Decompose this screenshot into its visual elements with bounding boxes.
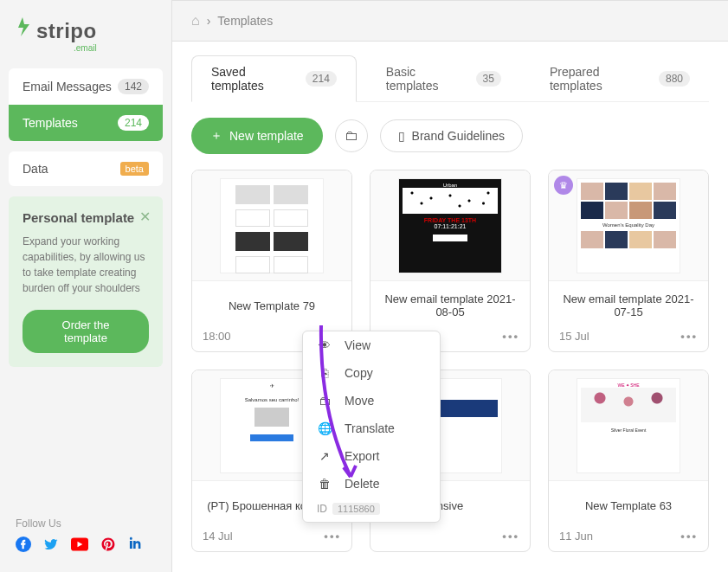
tab-count: 880 <box>659 71 690 87</box>
sidebar-item-templates[interactable]: Templates 214 <box>9 105 163 141</box>
button-label: Brand Guidelines <box>412 129 505 143</box>
sidebar-item-label: Templates <box>23 116 78 130</box>
plus-icon: ＋ <box>210 128 222 144</box>
template-date: 15 Jul <box>559 330 589 343</box>
template-card[interactable]: New Template 79 18:00 ••• <box>191 170 352 352</box>
sidebar-item-label: Email Messages <box>23 80 112 93</box>
menu-item-export[interactable]: ↗Export <box>303 442 440 470</box>
sidebar-item-badge: beta <box>120 162 149 176</box>
more-icon[interactable]: ••• <box>324 530 341 543</box>
template-thumbnail: ♛ Women's Equality Day <box>549 170 708 281</box>
template-thumbnail <box>192 170 351 281</box>
menu-item-translate[interactable]: 🌐Translate <box>303 415 440 442</box>
menu-item-copy[interactable]: ⎘Copy <box>303 359 440 387</box>
tab-count: 35 <box>476 71 501 87</box>
template-date: 14 Jul <box>203 530 233 543</box>
menu-id-row: ID1115860 <box>303 498 440 517</box>
more-icon[interactable]: ••• <box>502 530 519 543</box>
template-title: New email template 2021-08-05 <box>370 281 530 325</box>
tab-prepared-templates[interactable]: Prepared templates 880 <box>531 55 709 101</box>
tab-count: 214 <box>306 71 337 87</box>
template-title: New Template 79 <box>192 281 351 325</box>
template-title: New Template 63 <box>549 481 708 524</box>
tab-label: Saved templates <box>211 65 297 93</box>
button-label: New template <box>229 129 304 143</box>
crown-icon: ♛ <box>554 176 573 195</box>
more-icon[interactable]: ••• <box>680 330 698 343</box>
logo[interactable]: stripo .email <box>0 9 171 68</box>
new-folder-button[interactable]: 🗀 <box>335 119 368 152</box>
template-card[interactable]: ♛ Women's Equality Day New email templat… <box>548 170 709 352</box>
sidebar-item-count: 214 <box>118 115 149 131</box>
brand-guidelines-button[interactable]: ▯ Brand Guidelines <box>380 119 523 152</box>
promo-title: Personal template <box>23 210 149 225</box>
breadcrumb: ⌂ › Templates <box>172 1 728 42</box>
tab-basic-templates[interactable]: Basic templates 35 <box>367 55 520 101</box>
tab-label: Prepared templates <box>550 65 650 93</box>
tab-saved-templates[interactable]: Saved templates 214 <box>191 55 357 102</box>
logo-text: stripo <box>36 19 97 43</box>
tab-label: Basic templates <box>386 65 467 93</box>
template-card[interactable]: UrbanFRIDAY THE 13TH07:11:21:21 New emai… <box>370 170 531 352</box>
logo-mark-icon <box>16 16 33 38</box>
menu-item-delete[interactable]: 🗑Delete <box>303 470 440 498</box>
sidebar-item-label: Data <box>23 162 48 176</box>
template-title: New email template 2021-07-15 <box>549 281 708 325</box>
linkedin-icon[interactable] <box>128 537 144 556</box>
facebook-icon[interactable] <box>16 537 31 556</box>
pinterest-icon[interactable] <box>100 537 116 556</box>
youtube-icon[interactable] <box>71 537 88 556</box>
copy-icon: ⎘ <box>317 366 332 380</box>
globe-icon: 🌐 <box>317 421 332 435</box>
eye-icon: 👁 <box>317 338 332 352</box>
close-icon[interactable]: ✕ <box>139 209 151 225</box>
more-icon[interactable]: ••• <box>680 530 698 543</box>
promo-panel: ✕ Personal template Expand your working … <box>9 196 163 367</box>
template-date: 18:00 <box>203 330 231 343</box>
menu-item-move[interactable]: 🗀Move <box>303 387 440 415</box>
export-icon: ↗ <box>317 449 332 463</box>
twitter-icon[interactable] <box>43 537 59 556</box>
folder-plus-icon: 🗀 <box>345 128 358 144</box>
promo-text: Expand your working capabilities, by all… <box>23 234 149 296</box>
sidebar-item-email-messages[interactable]: Email Messages 142 <box>9 68 163 105</box>
home-icon[interactable]: ⌂ <box>191 13 200 29</box>
trash-icon: 🗑 <box>317 477 332 491</box>
order-template-button[interactable]: Order the template <box>23 310 149 353</box>
menu-item-view[interactable]: 👁View <box>303 331 440 359</box>
breadcrumb-current: Templates <box>217 14 273 28</box>
sidebar-item-count: 142 <box>118 79 149 94</box>
brand-icon: ▯ <box>398 129 405 143</box>
logo-subtext: .email <box>74 43 97 53</box>
template-card[interactable]: WE ✦ SHESilver Floral Event New Template… <box>548 370 709 552</box>
chevron-right-icon: › <box>207 14 211 28</box>
follow-us-label: Follow Us <box>16 517 156 530</box>
folder-icon: 🗀 <box>317 394 332 408</box>
more-icon[interactable]: ••• <box>502 330 519 343</box>
template-date: 11 Jun <box>559 530 593 543</box>
tabs: Saved templates 214 Basic templates 35 P… <box>191 42 709 102</box>
new-template-button[interactable]: ＋ New template <box>191 118 323 154</box>
template-thumbnail: UrbanFRIDAY THE 13TH07:11:21:21 <box>370 170 530 281</box>
context-menu: 👁View ⎘Copy 🗀Move 🌐Translate ↗Export 🗑De… <box>302 331 441 523</box>
sidebar-item-data[interactable]: Data beta <box>9 151 163 186</box>
template-thumbnail: WE ✦ SHESilver Floral Event <box>549 370 708 481</box>
